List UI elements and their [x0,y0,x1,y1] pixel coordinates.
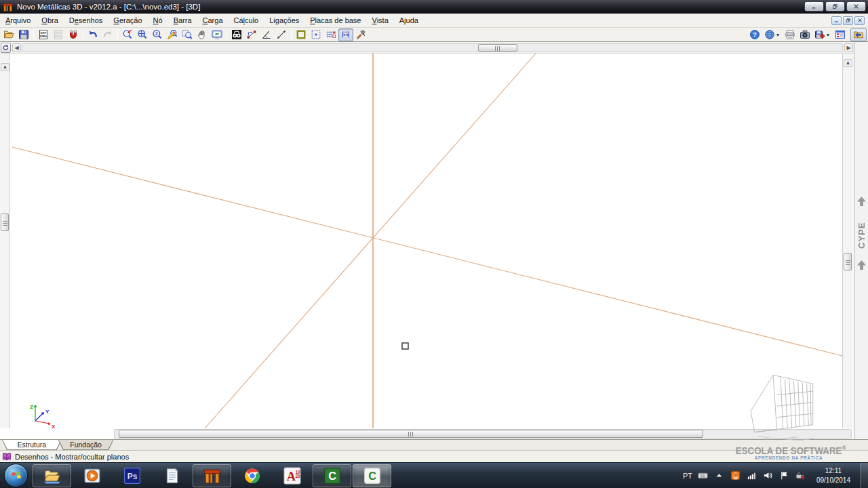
tray-show-hidden-button[interactable] [714,470,725,481]
undo-button[interactable] [85,28,100,41]
search-binoculars-button[interactable] [229,28,244,41]
scroll-thumb-left[interactable] [1,214,9,231]
scroll-track-bottom[interactable] [114,429,852,439]
menu-placas-de-base[interactable]: Placas de base [304,14,366,27]
menu-desenhos[interactable]: Desenhos [64,14,108,27]
back-folder-button[interactable] [850,28,867,41]
scroll-track-top[interactable] [22,43,843,52]
node-references-button[interactable] [244,28,259,41]
show-desktop-button[interactable] [861,463,868,488]
redo-button[interactable] [100,28,115,41]
zoom-window-button[interactable] [120,28,135,41]
svg-text:0.00: 0.00 [343,31,348,34]
restore-icon [846,18,851,23]
start-button[interactable] [4,464,28,487]
open-file-button[interactable] [1,28,16,41]
drawing-canvas[interactable]: ZYX [11,54,842,428]
help-button[interactable]: ? [747,28,762,41]
taskbar-camtasia-recorder-button[interactable]: C [313,464,351,487]
show-planes-button[interactable] [294,28,309,41]
tray-network-signal-button[interactable] [747,470,757,481]
pan-scrollbar-bottom[interactable] [0,428,853,439]
menu-barra[interactable]: Barra [168,14,197,27]
taskbar-notepad-button[interactable] [153,464,191,487]
restore-button[interactable] [825,1,845,12]
zoom-region-button[interactable] [180,28,195,41]
menu-calculo[interactable]: Cálculo [229,14,264,27]
rotation-scrollbar-top[interactable]: ◀ ▶ [0,42,854,54]
taskbar-camtasia-studio-button[interactable]: C [353,464,391,487]
menu-obra[interactable]: Obra [36,14,63,27]
taskbar-photoshop-button[interactable]: Ps [113,464,151,487]
scroll-thumb-right[interactable] [844,253,852,270]
tools-button[interactable] [353,28,368,41]
rotation-scrollbar-right[interactable]: ▲ [842,54,853,429]
svg-text:Y: Y [45,409,50,415]
tray-network-disconnected-button[interactable] [795,470,806,481]
print-button[interactable] [783,28,797,41]
zoom-x2-button[interactable]: 2 [150,28,165,41]
menu-no[interactable]: Nó [148,14,168,27]
selection-cursor [402,343,408,349]
search-binoculars-icon [231,29,242,40]
scroll-up-arrow-left[interactable]: ▲ [1,63,9,71]
close-button[interactable] [846,1,866,12]
toolbar-separator [83,29,83,40]
export-save-button[interactable]: ▼ [812,28,833,41]
back-folder-icon [853,29,864,40]
screen-refresh-button[interactable] [210,28,224,41]
window-layout-button[interactable] [833,28,848,41]
taskbar-media-player-button[interactable] [73,464,111,487]
menu-ligacoes[interactable]: Ligações [264,14,304,27]
language-globe-button[interactable]: ▼ [762,28,783,41]
menu-carga[interactable]: Carga [197,14,229,27]
reference-point-button[interactable] [309,28,323,41]
measure-dimension-button[interactable] [274,28,289,41]
minimize-button[interactable] [804,1,824,12]
pan-hand-button[interactable] [195,28,210,41]
capture-camera-button[interactable] [797,28,812,41]
tray-clock[interactable]: 12:11 09/10/2014 [812,466,855,485]
taskbar-chrome-button[interactable] [233,464,271,487]
menu-arquivo[interactable]: Arquivo [0,14,36,27]
camtasia-recorder-icon: C [323,467,341,485]
zoom-extents-button[interactable] [135,28,150,41]
svg-text:20: 20 [295,474,300,479]
tray-keyboard-button[interactable] [698,470,709,481]
tray-action-center-flag-button[interactable] [779,470,790,481]
minimize-child-button[interactable] [831,16,842,25]
scroll-left-arrow[interactable]: ◀ [12,43,21,52]
scroll-up-arrow-right[interactable]: ▲ [844,59,852,67]
tab-estrutura[interactable]: Estrutura [2,440,62,450]
tray-volume-button[interactable] [763,470,774,481]
dxf-export-button[interactable]: DXFDWG [51,28,66,41]
toolbar-separator [117,29,118,40]
scroll-thumb-bottom[interactable] [119,430,703,438]
taskbar-autocad-button[interactable]: A1020 [273,464,311,487]
menu-vista[interactable]: Vista [367,14,394,27]
dropdown-arrow-icon: ▼ [776,33,781,37]
rotate-view-button[interactable] [1,43,11,53]
close-child-button[interactable] [854,16,865,25]
rotation-scrollbar-left[interactable]: ▲ [0,54,10,429]
restore-child-button[interactable] [843,16,853,25]
taskbar-metalicas-logo-button[interactable] [193,464,231,487]
dimensions-button[interactable]: 0.00 [338,28,353,41]
snap-magnet-button[interactable] [66,28,81,41]
language-globe-icon [764,29,775,40]
redraw-pencil-button[interactable] [165,28,180,41]
dxf-import-button[interactable]: DXFDWG [36,28,51,41]
tab-fundacao[interactable]: Fundação [58,440,114,450]
restore-icon [832,3,838,9]
angle-protractor-button[interactable] [259,28,274,41]
cype-label: CYPE [854,211,868,259]
save-button[interactable] [16,28,31,41]
taskbar-explorer-button[interactable] [33,464,71,487]
language-indicator[interactable]: PT [683,472,692,480]
menu-geracao[interactable]: Geração [108,14,147,27]
scroll-right-arrow[interactable]: ▶ [844,43,853,52]
scroll-thumb-top[interactable] [478,44,517,52]
menu-ajuda[interactable]: Ajuda [394,14,424,27]
tray-java-update-button[interactable] [730,470,741,481]
grids-button[interactable] [323,28,338,41]
